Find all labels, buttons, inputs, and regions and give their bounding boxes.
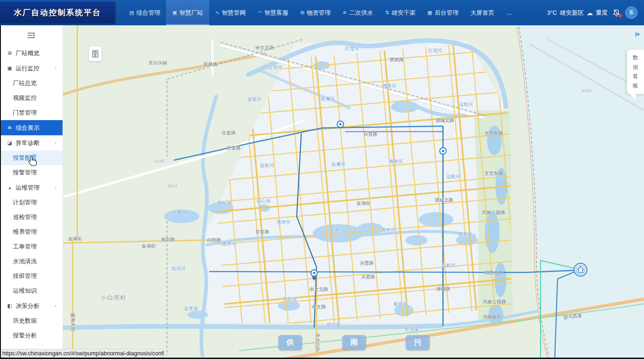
window-edge-left [0, 25, 1, 359]
nav-item-icon: ⊞ [300, 10, 305, 16]
topnav-item-8[interactable]: ▦后台管理 [421, 0, 464, 25]
sidebar-item-label: 综合展示 [16, 124, 40, 132]
chevron-up-icon: ∧ [54, 67, 57, 70]
topnav-item-9[interactable]: 大屏首页 [465, 0, 500, 25]
sidebar-item-label: 运行监控 [16, 64, 40, 73]
sidebar-item-8[interactable]: 报警配置 [0, 151, 63, 165]
nav-item-label: 智慧客服 [264, 9, 288, 17]
app-window: 水厂自动控制系统平台 ▤综合管理▣智慧厂站∿智慧管网◠智慧客服⊞物资管理≋二次供… [0, 0, 644, 359]
notifications-button[interactable] [612, 8, 621, 17]
nav-item-label: 物资管理 [307, 9, 331, 17]
nav-item-label: 雄安干渠 [391, 9, 415, 17]
sidebar-item-5[interactable]: 门禁管理 [0, 105, 63, 120]
topnav-item-1[interactable]: ▤综合管理 [123, 0, 166, 25]
sidebar-item-icon: ≋ [6, 125, 13, 131]
top-navbar: 水厂自动控制系统平台 ▤综合管理▣智慧厂站∿智慧管网◠智慧客服⊞物资管理≋二次供… [0, 0, 644, 25]
sidebar-item-label: 报警分析 [13, 331, 37, 340]
sidebar-item-15[interactable]: 水池清洗 [0, 254, 63, 269]
sidebar-item-label: 报警管理 [13, 168, 37, 177]
nav-item-icon: ⇅ [385, 10, 389, 16]
sidebar-item-label: 异常诊断 [16, 139, 40, 147]
menu-collapse-icon [27, 32, 36, 39]
sidebar-item-label: 水池清洗 [13, 257, 37, 266]
sidebar-item-6[interactable]: ≋综合展示 [0, 120, 63, 135]
sidebar-item-label: 运维知识 [13, 287, 37, 295]
sidebar-item-icon: ⊞ [6, 50, 13, 56]
sidebar-item-label: 运维管理 [16, 184, 40, 192]
topnav-item-3[interactable]: ∿智慧管网 [209, 0, 252, 25]
topnav-item-5[interactable]: ⊞物资管理 [294, 0, 337, 25]
weather-widget[interactable]: 3°C 雄安新区 ☁ 重度 [547, 9, 608, 17]
sidebar-item-11[interactable]: 计划管理 [0, 195, 63, 210]
sidebar-item-label: 工单管理 [13, 243, 37, 251]
nav-item-label: 综合管理 [136, 9, 160, 17]
nav-item-icon: ∿ [215, 10, 219, 16]
status-url: https://sw.chinaxiongan.cn/#/sw/pump/abn… [2, 350, 164, 357]
sidebar-item-9[interactable]: 报警管理 [0, 165, 63, 180]
nav-item-icon: ▤ [129, 10, 134, 16]
sidebar-item-label: 巡检管理 [13, 213, 37, 221]
topbar-right: 3°C 雄安新区 ☁ 重度 系 [547, 0, 644, 25]
sidebar-item-icon: ◪ [6, 140, 13, 146]
map-graphics [63, 25, 644, 359]
notification-badge [618, 14, 622, 17]
sidebar-item-13[interactable]: 维养管理 [0, 225, 63, 239]
sidebar-item-18[interactable]: ◧决策分析∧ [0, 298, 63, 313]
sidebar-item-1[interactable]: ⊞厂站概览 [0, 46, 63, 61]
nav-item-icon: ◠ [258, 10, 262, 16]
data-dashboard-label: 数 据 看 板 [633, 53, 638, 91]
sidebar-item-icon: ◧ [6, 303, 13, 309]
plant-marker [574, 263, 587, 276]
layer-button-1[interactable]: 供 [278, 335, 302, 350]
sidebar-item-3[interactable]: 厂站总览 [0, 76, 63, 91]
topnav-item-6[interactable]: ≋二次供水 [337, 0, 379, 25]
topnav-item-2[interactable]: ▣智慧厂站 [166, 0, 209, 25]
sidebar-item-16[interactable]: 排班管理 [0, 269, 63, 284]
sidebar-item-label: 计划管理 [13, 198, 37, 207]
chevron-up-icon: ∧ [54, 186, 57, 190]
map-grid-button[interactable] [89, 46, 102, 61]
sidebar-item-label: 报警配置 [13, 154, 37, 162]
sidebar-collapse-button[interactable] [0, 25, 63, 46]
chevron-up-icon: ∧ [54, 141, 57, 145]
nav-item-icon: ▣ [172, 10, 177, 16]
avatar-text: 系 [629, 9, 634, 16]
sidebar-item-7[interactable]: ◪异常诊断∧ [0, 135, 63, 151]
sidebar-item-2[interactable]: ▣运行监控∧ [0, 61, 63, 76]
sidebar-item-label: 厂站概览 [16, 49, 40, 58]
panel-collapse-button[interactable] [634, 31, 641, 40]
map-canvas[interactable]: 崇文北路红莲河至白沟镇容易线红莲河红莲河荣德路槐香河富家河金澜河运粮河源城北路兴… [63, 25, 644, 359]
sidebar-item-20[interactable]: 报警分析 [0, 328, 63, 343]
sidebar-item-label: 维养管理 [13, 228, 37, 236]
sidebar-menu: ⊞厂站概览▣运行监控∧厂站总览视频监控门禁管理≋综合展示◪异常诊断∧报警配置报警… [0, 46, 63, 343]
topnav-item-4[interactable]: ◠智慧客服 [252, 0, 294, 25]
topnav-item-10[interactable]: … [500, 0, 518, 25]
grid-icon [92, 50, 98, 58]
sidebar-item-17[interactable]: 运维知识 [0, 284, 63, 298]
layer-button-3[interactable]: 污 [406, 335, 430, 350]
nav-item-label: 大屏首页 [471, 9, 494, 17]
nav-item-icon: ≋ [343, 10, 347, 16]
sidebar-item-10[interactable]: ◕运维管理∧ [0, 180, 63, 195]
app-title-box: 水厂自动控制系统平台 [0, 2, 115, 23]
status-url-bar: https://sw.chinaxiongan.cn/#/sw/pump/abn… [0, 349, 164, 358]
layer-button-2[interactable]: 雨 [342, 335, 366, 350]
sidebar-item-icon: ◕ [6, 185, 13, 191]
collapse-arrow-icon [634, 31, 641, 38]
avatar[interactable]: 系 [625, 6, 638, 19]
sidebar-item-label: 排班管理 [13, 272, 37, 280]
sidebar-item-12[interactable]: 巡检管理 [0, 210, 63, 225]
weather-temp: 3°C [547, 9, 557, 16]
sidebar-item-label: 决策分析 [16, 302, 40, 310]
topnav-item-7[interactable]: ⇅雄安干渠 [379, 0, 421, 25]
sidebar-item-4[interactable]: 视频监控 [0, 91, 63, 105]
data-dashboard-tab[interactable]: 数 据 看 板 [627, 50, 644, 94]
nav-item-label: 智慧管网 [222, 9, 246, 17]
cloud-icon: ☁ [586, 9, 593, 17]
sidebar-item-14[interactable]: 工单管理 [0, 239, 63, 254]
sidebar-item-icon: ▣ [6, 65, 13, 71]
nav-item-label: 后台管理 [435, 9, 459, 17]
sidebar-item-19[interactable]: 历史数据 [0, 313, 63, 328]
topnav-items: ▤综合管理▣智慧厂站∿智慧管网◠智慧客服⊞物资管理≋二次供水⇅雄安干渠▦后台管理… [123, 0, 518, 25]
app-title: 水厂自动控制系统平台 [14, 7, 101, 18]
